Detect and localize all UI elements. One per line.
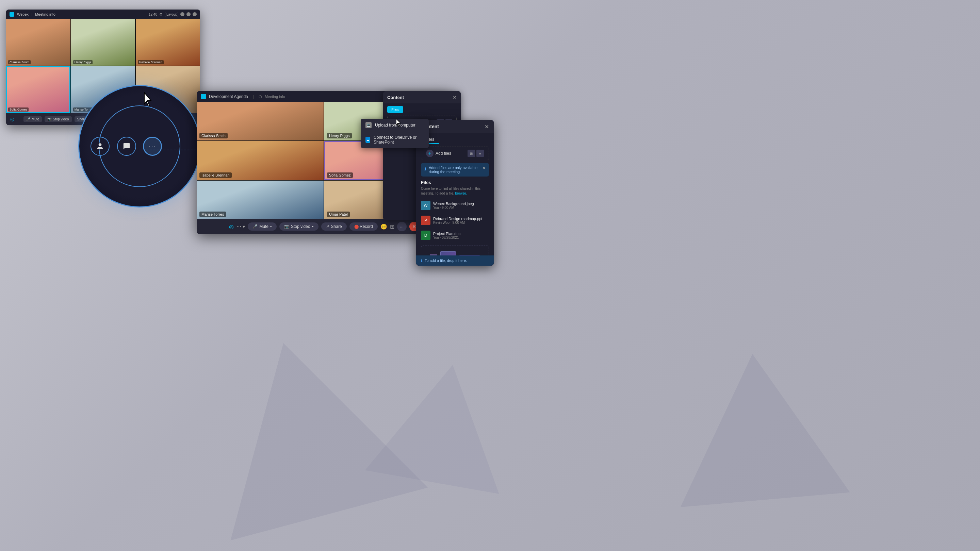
file-item-webex[interactable]: W Webex Background.jpeg You · 9:00 AM [416,198,494,213]
video-icon-small: 📷 [47,118,51,121]
info-icon-notice: ℹ [424,166,426,171]
minimize-btn-small[interactable] [180,12,185,16]
mute-btn-large[interactable]: 🎤 Mute ▾ [248,222,277,230]
camera-icon-large: 📷 [284,224,289,229]
window-controls-small: 12:40 ⚙ Layout [149,12,197,17]
content-tabs-small: Files [383,103,461,113]
webex-home-icon-large[interactable]: ◎ [229,224,234,230]
upload-computer-label: Upload from computer [375,123,415,127]
more-dots-large[interactable]: ⋯ ▾ [237,224,245,229]
grid-view-large[interactable]: ⊞ [468,150,475,157]
video-cell-isabelle: Isabelle Brennan [136,19,200,66]
mute-chevron: ▾ [270,225,272,228]
content-close-btn-small[interactable]: ✕ [453,95,457,100]
name-large-isabelle: Isabelle Brennan [199,172,232,178]
mic-icon-large: 🎤 [253,224,258,229]
tab-dev-agenda[interactable]: Development Agenda [209,94,248,99]
name-large-clarissa: Clarissa Smith [199,133,228,138]
browse-link[interactable]: browse. [455,192,467,195]
share-btn-large[interactable]: ↗ Share [321,222,347,230]
add-files-label-large: Add files [436,151,451,156]
video-face-clarissa [6,19,70,66]
record-dot-icon: ⬤ [354,224,359,229]
connect-onedrive-item[interactable]: ☁ Connect to OneDrive or SharePoint [361,132,429,148]
file-info-webex: Webex Background.jpeg You · 9:00 AM [433,202,489,210]
content-close-btn-large[interactable]: ✕ [485,124,489,130]
toolbar-large: ◎ ⋯ ▾ 🎤 Mute ▾ 📷 Stop video ▾ ↗ Share ⬤ … [197,219,451,234]
time-small: 12:40 [149,13,157,16]
upload-from-computer-item[interactable]: 💻 Upload from computer [361,119,429,132]
bg-shape-3 [668,346,850,507]
files-section-title: Files [416,176,494,186]
name-large-marise: Marise Torres [199,211,226,217]
video-face-isabelle [136,19,200,66]
webex-icon-large [201,94,206,99]
info-icon-bottom: ℹ [421,258,423,263]
name-clarissa-small: Clarissa Smith [8,60,30,64]
video-chevron: ▾ [312,225,314,228]
chat-menu-btn[interactable] [117,137,136,156]
video-face-henry [71,19,135,66]
file-info-doc: Project Plan.doc You · 08/28/2021 [433,232,489,240]
file-name-webex: Webex Background.jpeg [433,202,489,206]
video-face-sofia [6,66,70,113]
name-large-henry: Henry Riggs [327,133,352,138]
layout-btn-small[interactable]: Layout [165,12,178,17]
name-henry-small: Henry Riggs [73,60,93,64]
file-item-ppt[interactable]: P Rebrand Design roadmap.ppt Kevin Woo ·… [416,213,494,228]
video-cell-clarissa: Clarissa Smith [6,19,70,66]
video-cell-henry: Henry Riggs [71,19,135,66]
chat-icon [123,143,130,150]
webex-home-icon[interactable]: ◎ [10,116,14,122]
file-name-doc: Project Plan.doc [433,232,489,236]
app-name-small: Webex [17,12,29,16]
file-item-doc[interactable]: D Project Plan.doc You · 08/28/2021 [416,228,494,243]
file-meta-doc: You · 08/28/2021 [433,236,489,240]
drop-file-notice: ℹ To add a file, drop it here. [416,256,494,266]
more-menu-btn[interactable]: ··· [143,137,162,156]
webex-icon-small [10,12,14,17]
doc-file-icon: D [421,230,430,240]
record-btn-large[interactable]: ⬤ Record [350,222,378,230]
titlebar-small: Webex | Meeting info 12:40 ⚙ Layout [6,10,200,19]
onedrive-icon: ☁ [366,137,370,143]
participants-menu-btn[interactable] [91,137,110,156]
meeting-info-icon: ⬡ [259,95,262,99]
tab-meeting-info-small[interactable]: Meeting info [35,12,56,16]
settings-icon-small[interactable]: ⚙ [159,12,163,17]
bg-shape-2 [365,353,520,494]
close-btn-small[interactable] [192,12,197,16]
file-info-ppt: Rebrand Design roadmap.ppt Kevin Woo · 9… [433,217,489,224]
add-icon-large: + [426,150,434,157]
computer-upload-icon: 💻 [366,122,372,128]
name-large-umar: Umar Patel [327,211,350,217]
name-isabelle-small: Isabelle Brennan [138,60,164,64]
name-sofia-small: Sofia Gomez [8,108,29,111]
files-tab-small[interactable]: Files [387,106,403,113]
add-files-btn-large[interactable]: + Add files ⊞ ≡ [421,147,489,160]
reactions-icon[interactable]: 😊 [380,224,387,230]
stop-video-btn-large[interactable]: 📷 Stop video ▾ [279,222,318,230]
tab-meeting-info-large[interactable]: Meeting info [265,95,285,98]
upload-dropdown: 💻 Upload from computer ☁ Connect to OneD… [361,119,429,148]
file-meta-ppt: Kevin Woo · 9:00 AM [433,221,489,224]
drop-hint-text: To add a file, drop it here. [425,259,467,263]
notice-close-btn[interactable]: ✕ [482,166,485,170]
mute-btn-small[interactable]: 🎤 Mute [24,116,42,122]
more-btn-small[interactable]: ⋯ [17,117,21,121]
video-cell-large-clarissa: Clarissa Smith [197,102,324,140]
file-meta-webex: You · 9:00 AM [433,206,489,210]
stop-video-btn-small[interactable]: 📷 Stop video [45,116,72,122]
circle-inner-ring [99,105,180,187]
apps-icon[interactable]: ⊞ [390,224,395,230]
video-cell-large-marise: Marise Torres [197,181,324,219]
maximize-btn-small[interactable] [186,12,191,16]
mic-icon-small: 🎤 [26,118,30,121]
added-files-notice: ℹ Added files are only available during … [421,163,489,176]
connect-onedrive-label: Connect to OneDrive or SharePoint [374,135,424,144]
list-view-large[interactable]: ≡ [476,150,484,157]
video-cell-sofia: Sofia Gomez [6,66,70,113]
more-btn-large[interactable]: ··· [397,222,407,231]
content-title-small: Content [387,95,404,100]
more-dots-icon: ··· [149,143,156,150]
